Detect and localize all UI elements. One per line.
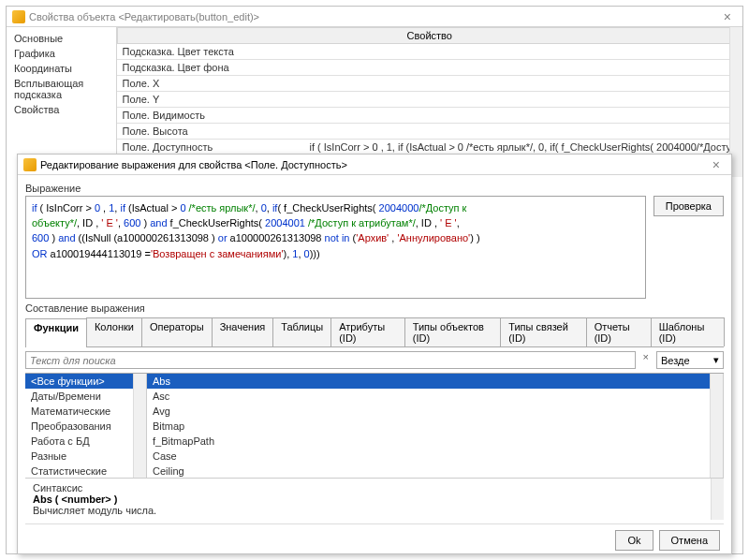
prop-rows: Подсказка. Цвет текста Подсказка. Цвет ф…: [117, 44, 742, 171]
close-icon[interactable]: ×: [707, 157, 726, 172]
close-icon[interactable]: ×: [718, 9, 737, 24]
prop-row[interactable]: Поле. Видимость: [117, 108, 742, 124]
tab-link-types[interactable]: Типы связей (ID): [500, 317, 586, 346]
list-item[interactable]: Asc: [147, 389, 723, 404]
compose-label: Составление выражения: [25, 302, 724, 314]
prop-row[interactable]: Подсказка. Цвет фона: [117, 60, 742, 76]
tab-values[interactable]: Значения: [212, 317, 274, 346]
fg-titlebar: Редактирование выражения для свойства <П…: [18, 155, 731, 175]
list-item[interactable]: <Все функции>: [25, 374, 146, 389]
prop-row[interactable]: Поле. X: [117, 76, 742, 92]
syntax-label: Синтаксис: [33, 482, 716, 494]
list-item[interactable]: Работа с БД: [25, 434, 146, 449]
dialog-buttons: Ok Отмена: [25, 523, 724, 551]
function-list[interactable]: Abs Asc Avg Bitmap f_BitmapPath Case Cei…: [147, 374, 724, 478]
check-button[interactable]: Проверка: [654, 196, 724, 216]
syntax-panel: Синтаксис Abs ( <number> ) Вычисляет мод…: [25, 478, 724, 520]
category-list[interactable]: <Все функции> Даты/Времени Математически…: [25, 374, 147, 478]
list-item[interactable]: Преобразования: [25, 419, 146, 434]
expression-editor-dialog: Редактирование выражения для свойства <П…: [17, 154, 732, 554]
expression-textarea[interactable]: if ( IsInCorr > 0 , 1, if (IsActual > 0 …: [25, 196, 646, 299]
ok-button[interactable]: Ok: [615, 530, 653, 551]
search-scope-combo[interactable]: Везде▾: [656, 351, 724, 369]
scrollbar[interactable]: [710, 374, 723, 478]
list-item[interactable]: Статистические: [25, 464, 146, 478]
tab-operators[interactable]: Операторы: [141, 317, 213, 346]
list-item[interactable]: Разные: [25, 449, 146, 464]
tabs: Функции Колонки Операторы Значения Табли…: [25, 317, 724, 347]
tab-object-types[interactable]: Типы объектов (ID): [404, 317, 501, 346]
tab-columns[interactable]: Колонки: [86, 317, 142, 346]
list-item[interactable]: Case: [147, 449, 723, 464]
list-item[interactable]: Даты/Времени: [25, 389, 146, 404]
list-item[interactable]: Avg: [147, 404, 723, 419]
function-lists: <Все функции> Даты/Времени Математически…: [25, 373, 724, 478]
syntax-description: Вычисляет модуль числа.: [33, 505, 716, 516]
prop-header: Свойство: [117, 27, 742, 44]
prop-row[interactable]: Поле. Y: [117, 92, 742, 108]
tab-reports[interactable]: Отчеты (ID): [586, 317, 652, 346]
expression-row: if ( IsInCorr > 0 , 1, if (IsActual > 0 …: [25, 196, 724, 299]
list-item[interactable]: Abs: [147, 374, 723, 389]
bg-title: Свойства объекта <Редактировать(button_e…: [29, 11, 718, 22]
list-item[interactable]: f_BitmapPath: [147, 434, 723, 449]
tab-templates[interactable]: Шаблоны (ID): [651, 317, 725, 346]
list-item[interactable]: Математические: [25, 404, 146, 419]
app-icon: [23, 158, 37, 171]
bg-titlebar: Свойства объекта <Редактировать(button_e…: [7, 7, 742, 27]
scrollbar[interactable]: [133, 374, 146, 478]
fg-body: Выражение if ( IsInCorr > 0 , 1, if (IsA…: [18, 175, 731, 553]
tree-node[interactable]: Графика: [10, 46, 112, 61]
search-row: × Везде▾: [25, 351, 724, 369]
tree-node[interactable]: Координаты: [10, 61, 112, 76]
app-icon: [12, 10, 25, 23]
tab-tables[interactable]: Таблицы: [272, 317, 331, 346]
list-item[interactable]: Ceiling: [147, 464, 723, 478]
scrollbar[interactable]: [711, 479, 724, 520]
chevron-down-icon: ▾: [713, 354, 719, 366]
prop-row[interactable]: Подсказка. Цвет текста: [117, 44, 742, 60]
tab-functions[interactable]: Функции: [25, 318, 87, 347]
tree-node[interactable]: Свойства: [10, 102, 112, 117]
search-input[interactable]: [25, 351, 636, 369]
tree-node[interactable]: Всплывающая подсказка: [10, 76, 112, 102]
cancel-button[interactable]: Отмена: [659, 530, 720, 551]
tab-attributes[interactable]: Атрибуты (ID): [330, 317, 405, 346]
fg-title: Редактирование выражения для свойства <П…: [40, 159, 707, 170]
expression-label: Выражение: [25, 183, 724, 194]
clear-search-icon[interactable]: ×: [639, 351, 653, 369]
prop-row[interactable]: Поле. Высота: [117, 124, 742, 140]
list-item[interactable]: Bitmap: [147, 419, 723, 434]
tree-node[interactable]: Основные: [10, 31, 112, 46]
syntax-signature: Abs ( <number> ): [33, 494, 716, 505]
